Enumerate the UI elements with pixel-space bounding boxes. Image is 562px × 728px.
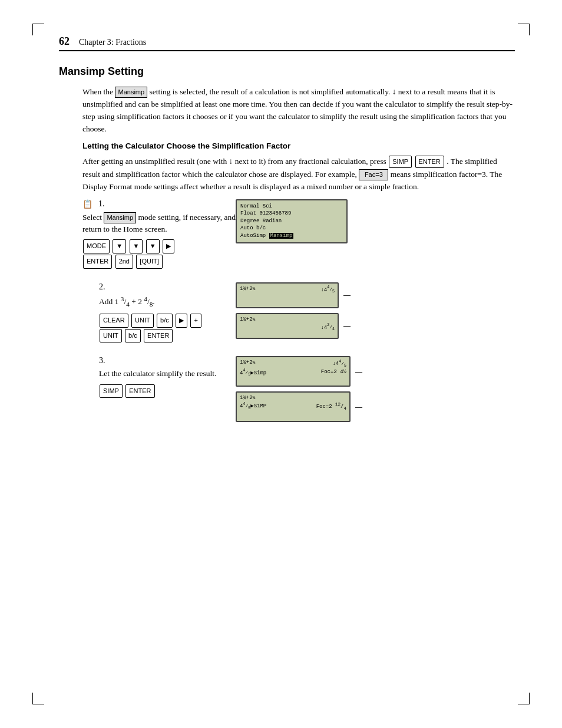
s2s1-right: ↓44/5 xyxy=(320,285,335,294)
key-plus: + xyxy=(190,314,201,328)
step-3-left: 3. Let the calculator simplify the resul… xyxy=(82,356,236,398)
sub-paragraph: After getting an unsimplified result (on… xyxy=(82,155,515,193)
step-2-content: Add 1 3/4 + 2 4/8. CLEAR UNIT b/c ▶ + UN… xyxy=(99,294,236,344)
step-1-right: Normal Sci Float 0123456789 Degree Radia… xyxy=(236,199,515,243)
s3s1-mid-left: 44/5▶Simp xyxy=(240,368,266,377)
step-1-content: Select Mansimp mode setting, if necessar… xyxy=(82,212,236,269)
key-unit1: UNIT xyxy=(131,314,154,328)
step-2-text: Add 1 3/4 + 2 4/8. xyxy=(99,297,155,306)
s2s2-left: 1¾+2⅝ xyxy=(240,316,255,323)
step-3-right: 1¾+2⅝ ↓44/5 44/5▶Simp Foc=2 4½ — 1¾+2⅝ xyxy=(236,356,515,422)
s3s2-mid-left: 44/5▶S1MP xyxy=(240,401,266,411)
step-3-screen-wrapper-2: 1¾+2⅝ 44/5▶S1MP Foc=2 12/4 — xyxy=(236,391,515,422)
step-2-keys: CLEAR UNIT b/c ▶ + UNIT b/c ENTER xyxy=(99,313,236,344)
s3s2-mid-right: Foc=2 12/4 xyxy=(316,401,346,411)
corner-mark-tl xyxy=(32,24,44,35)
page-number: 62 xyxy=(59,35,70,48)
step-1-label: 📋 1. xyxy=(82,199,236,209)
key-enter3: ENTER xyxy=(125,384,154,398)
step-2-left: 2. Add 1 3/4 + 2 4/8. CLEAR UNIT b/c ▶ +… xyxy=(82,282,236,344)
step-1: 📋 1. Select Mansimp mode setting, if nec… xyxy=(82,199,515,269)
step-2-arrow-1: — xyxy=(343,291,351,299)
header-title: Chapter 3: Fractions xyxy=(79,38,146,47)
mansimp-inline-label: Mansimp xyxy=(115,87,147,98)
key-right2: ▶ xyxy=(176,314,187,328)
key-bc2: b/c xyxy=(125,329,141,343)
step-1-inline: Mansimp xyxy=(104,212,136,223)
step-3-arrow-1: — xyxy=(355,367,362,376)
step-3: 3. Let the calculator simplify the resul… xyxy=(82,356,515,422)
corner-mark-bl xyxy=(32,693,44,704)
key-right1: ▶ xyxy=(163,239,174,253)
page-header: 62 Chapter 3: Fractions xyxy=(59,35,515,51)
key-2nd: 2nd xyxy=(115,255,133,269)
key-enter1: ENTER xyxy=(83,255,112,269)
step-2-screen-wrapper-1: 1¾+2⅝ ↓44/5 — xyxy=(236,282,515,308)
screen-line-1: Normal Sci xyxy=(240,203,343,210)
step-3-dash-2: — xyxy=(355,403,362,411)
screen-line-3: Degree Radian xyxy=(240,218,343,225)
key-down1: ▼ xyxy=(113,239,126,253)
step-1-number: 1. xyxy=(98,199,105,209)
step-2-screen-2: 1¾+2⅝ ↓42/4 xyxy=(236,313,339,339)
key-down3: ▼ xyxy=(146,239,160,253)
step-3-number: 3. xyxy=(99,356,105,365)
screen-line-2: Float 0123456789 xyxy=(240,210,343,218)
step-3-screen-2: 1¾+2⅝ 44/5▶S1MP Foc=2 12/4 xyxy=(236,391,351,422)
step-3-content: Let the calculator simplify the result. … xyxy=(99,368,236,398)
fac-inline-label: Fac=3 xyxy=(359,169,388,180)
step-2-number: 2. xyxy=(99,282,105,292)
step-2-label: 2. xyxy=(99,282,236,292)
step-3-screen-1: 1¾+2⅝ ↓44/5 44/5▶Simp Foc=2 4½ xyxy=(236,356,351,387)
step-3-text: Let the calculator simplify the result. xyxy=(99,369,216,378)
screen-line-5: AutoSimp Mansimp xyxy=(240,232,343,240)
step-1-screen: Normal Sci Float 0123456789 Degree Radia… xyxy=(236,199,348,243)
step-2-right: 1¾+2⅝ ↓44/5 — 1¾+2⅝ ↓42/4 xyxy=(236,282,515,339)
step-3-label: 3. xyxy=(99,356,236,365)
page: 62 Chapter 3: Fractions Mansimp Setting … xyxy=(0,0,562,728)
step-2-dash-2: — xyxy=(343,321,351,330)
s3s1-top-left: 1¾+2⅝ xyxy=(240,359,255,368)
key-down2: ▼ xyxy=(130,239,143,253)
enter-key: ENTER xyxy=(415,156,444,168)
s2s1-left: 1¾+2⅝ xyxy=(240,285,255,294)
s2s2-right: ↓42/4 xyxy=(320,323,335,332)
step-1-left: 📋 1. Select Mansimp mode setting, if nec… xyxy=(82,199,236,269)
key-bc1: b/c xyxy=(157,314,173,328)
section-heading: Mansimp Setting xyxy=(59,65,515,78)
screen-highlight-mansimp: Mansimp xyxy=(269,233,294,239)
screen-line-4: Auto b/c xyxy=(240,225,343,232)
simp-key: SIMP xyxy=(389,156,412,168)
key-enter2: ENTER xyxy=(144,329,173,343)
s3s2-top-left: 1¾+2⅝ xyxy=(240,394,255,401)
intro-text-after: setting is selected, the result of a cal… xyxy=(82,87,513,133)
step-3-screen-wrapper-1: 1¾+2⅝ ↓44/5 44/5▶Simp Foc=2 4½ — xyxy=(236,356,515,387)
s3s1-mid-right: Foc=2 4½ xyxy=(321,368,346,377)
step-1-keys: MODE ▼ ▼ ▼ ▶ ENTER 2nd [QUIT] xyxy=(82,239,236,269)
step-2-screen-1: 1¾+2⅝ ↓44/5 xyxy=(236,282,339,308)
intro-text-before: When the xyxy=(82,87,115,96)
step-2-screen-wrapper-2: 1¾+2⅝ ↓42/4 — xyxy=(236,313,515,339)
key-mode: MODE xyxy=(83,239,110,253)
step-3-keys: SIMP ENTER xyxy=(99,384,236,399)
key-unit2: UNIT xyxy=(100,329,122,343)
steps-container: 📋 1. Select Mansimp mode setting, if nec… xyxy=(82,199,515,423)
step-1-text-before: Select xyxy=(82,213,104,222)
s3s1-top-right: ↓44/5 xyxy=(332,359,346,368)
sub-para-text1: After getting an unsimplified result (on… xyxy=(82,156,388,165)
key-simp: SIMP xyxy=(100,384,123,398)
corner-mark-br xyxy=(518,693,530,704)
corner-mark-tr xyxy=(518,24,530,35)
key-quit: [QUIT] xyxy=(136,255,162,269)
key-clear: CLEAR xyxy=(100,314,128,328)
step-1-icon: 📋 xyxy=(82,199,92,209)
intro-paragraph: When the Mansimp setting is selected, th… xyxy=(82,86,515,136)
step-2: 2. Add 1 3/4 + 2 4/8. CLEAR UNIT b/c ▶ +… xyxy=(82,282,515,344)
sub-heading: Letting the Calculator Choose the Simpli… xyxy=(82,141,515,150)
